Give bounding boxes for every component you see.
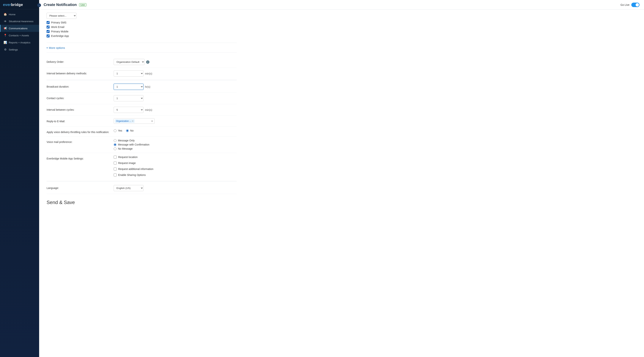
checkbox-primary-mobile: Primary Mobile bbox=[46, 30, 237, 33]
chevron-down-icon: ▾ bbox=[152, 120, 152, 122]
voicemail-message-only-radio[interactable] bbox=[114, 139, 116, 142]
reply-to-email-label: Reply-to E-Mail: bbox=[46, 118, 110, 123]
interval-delivery-unit: min(s) bbox=[145, 72, 152, 75]
voice-throttling-yes-label: Yes bbox=[118, 129, 122, 132]
checkbox-primary-sms: Primary SMS bbox=[46, 21, 237, 24]
interval-cycles-control: 1 2 3 5 10 15 30 min(s) bbox=[114, 107, 237, 113]
request-additional-label: Request additional information bbox=[118, 168, 153, 170]
voice-throttling-row: Apply voice delivery throttling rules fo… bbox=[46, 126, 237, 136]
voicemail-preference-label: Voice mail preference: bbox=[46, 139, 110, 144]
primary-sms-label: Primary SMS bbox=[51, 21, 66, 24]
checkbox-work-email: Work Email bbox=[46, 26, 237, 28]
voicemail-no-message: No Message bbox=[114, 147, 150, 150]
voicemail-no-message-radio[interactable] bbox=[114, 148, 116, 150]
sidebar-item-settings[interactable]: ⚙ Settings bbox=[0, 46, 39, 53]
checkbox-enable-sharing: Enable Sharing Options bbox=[114, 174, 153, 176]
voicemail-no-message-label: No Message bbox=[118, 147, 133, 150]
sidebar: everbridge « 🏠 Home 👁 Situational Awaren… bbox=[0, 0, 39, 357]
broadcast-duration-select[interactable]: 1 2 4 8 12 24 bbox=[114, 84, 144, 90]
sidebar-item-situational-awareness[interactable]: 👁 Situational Awareness bbox=[0, 18, 39, 25]
voicemail-message-confirmation-radio[interactable] bbox=[114, 143, 116, 146]
interval-cycles-select[interactable]: 1 2 3 5 10 15 30 bbox=[114, 107, 144, 113]
sidebar-item-communications[interactable]: 📢 Communications bbox=[0, 25, 39, 32]
interval-cycles-label: Interval between cycles: bbox=[46, 107, 110, 111]
broadcast-duration-row: Broadcast duration: 1 2 4 8 12 24 hr(s) bbox=[46, 81, 237, 92]
sidebar-item-contacts-assets[interactable]: 📍 Contacts + Assets bbox=[0, 32, 39, 39]
voicemail-message-only-label: Message Only bbox=[118, 139, 134, 142]
interval-cycles-unit: min(s) bbox=[145, 108, 152, 112]
info-icon[interactable]: i bbox=[146, 60, 150, 64]
mobile-app-settings-checkbox-group: Request location Request image Request a… bbox=[114, 156, 153, 178]
voice-throttling-radio-group: Yes No bbox=[114, 129, 134, 132]
delivery-order-row: Delivery Order: Organization Default Cus… bbox=[46, 56, 237, 68]
voice-throttling-control: Yes No bbox=[114, 129, 237, 132]
voicemail-message-confirmation-label: Message with Confirmation bbox=[118, 143, 150, 146]
voice-throttling-yes-radio[interactable] bbox=[114, 129, 116, 132]
everbridge-app-checkbox[interactable] bbox=[46, 34, 50, 38]
request-location-checkbox[interactable] bbox=[114, 156, 117, 158]
primary-mobile-checkbox[interactable] bbox=[46, 30, 50, 33]
interval-cycles-row: Interval between cycles: 1 2 3 5 10 15 3… bbox=[46, 104, 237, 116]
top-checkboxes-section: Please select... Primary SMS Work Email … bbox=[46, 10, 237, 43]
request-image-checkbox[interactable] bbox=[114, 162, 117, 164]
app-logo: everbridge bbox=[3, 2, 36, 7]
more-options-label: More options bbox=[49, 46, 65, 50]
delivery-order-select[interactable]: Organization Default Custom bbox=[114, 59, 144, 65]
delivery-order-control: Organization Default Custom i bbox=[114, 59, 237, 65]
voice-throttling-no: No bbox=[126, 129, 134, 132]
voice-throttling-label: Apply voice delivery throttling rules fo… bbox=[46, 129, 110, 134]
situational-awareness-icon: 👁 bbox=[4, 20, 7, 23]
request-additional-checkbox[interactable] bbox=[114, 168, 117, 170]
settings-icon: ⚙ bbox=[4, 48, 7, 51]
enable-sharing-checkbox[interactable] bbox=[114, 174, 117, 176]
sidebar-collapse-button[interactable]: « bbox=[37, 3, 41, 7]
reply-to-email-tag-remove[interactable]: × bbox=[132, 120, 134, 122]
topbar: Create Notification Live Go Live bbox=[39, 0, 644, 10]
reply-to-email-tag: Organization ... × bbox=[115, 119, 134, 123]
home-icon: 🏠 bbox=[4, 13, 7, 16]
sidebar-item-home[interactable]: 🏠 Home bbox=[0, 11, 39, 18]
send-save-title: Send & Save bbox=[46, 200, 237, 205]
content-area: Please select... Primary SMS Work Email … bbox=[39, 10, 644, 357]
interval-delivery-row: Interval between delivery methods: 1 2 3… bbox=[46, 68, 237, 79]
interval-delivery-select[interactable]: 1 2 3 5 10 bbox=[114, 70, 144, 76]
page-title: Create Notification bbox=[44, 2, 77, 7]
voicemail-preference-control: Message Only Message with Confirmation N… bbox=[114, 139, 237, 150]
sidebar-item-label: Communications bbox=[9, 27, 28, 30]
voicemail-preference-row: Voice mail preference: Message Only Mess… bbox=[46, 136, 237, 153]
reply-to-email-dropdown-btn[interactable]: ▾ bbox=[151, 120, 153, 123]
contact-cycles-label: Contact cycles: bbox=[46, 95, 110, 100]
request-image-label: Request image bbox=[118, 162, 136, 164]
interval-delivery-control: 1 2 3 5 10 min(s) bbox=[114, 70, 237, 76]
primary-sms-checkbox[interactable] bbox=[46, 21, 50, 24]
sidebar-nav: 🏠 Home 👁 Situational Awareness 📢 Communi… bbox=[0, 9, 39, 357]
mobile-app-settings-row: Everbridge Mobile App Settings: Request … bbox=[46, 153, 237, 181]
everbridge-app-label: Everbridge App bbox=[51, 34, 69, 38]
voicemail-preference-radio-group: Message Only Message with Confirmation N… bbox=[114, 139, 150, 150]
broadcast-duration-unit: hr(s) bbox=[145, 85, 150, 88]
sidebar-item-label: Contacts + Assets bbox=[9, 34, 29, 37]
primary-mobile-label: Primary Mobile bbox=[51, 30, 68, 33]
more-options-toggle[interactable]: ▾ More options bbox=[46, 43, 237, 52]
reply-to-email-row: Reply-to E-Mail: Organization ... × ▾ bbox=[46, 116, 237, 126]
request-location-label: Request location bbox=[118, 156, 138, 158]
contact-cycles-select[interactable]: 1 2 3 4 5 bbox=[114, 95, 144, 101]
go-live-toggle[interactable] bbox=[631, 2, 640, 7]
language-select[interactable]: English (US) French Spanish German bbox=[114, 185, 144, 191]
enable-sharing-label: Enable Sharing Options bbox=[118, 174, 146, 176]
work-email-checkbox[interactable] bbox=[46, 26, 50, 28]
reply-to-email-tag-input[interactable]: Organization ... × ▾ bbox=[114, 118, 155, 124]
voicemail-message-confirmation: Message with Confirmation bbox=[114, 143, 150, 146]
logo-area: everbridge bbox=[0, 0, 39, 9]
checkbox-request-location: Request location bbox=[114, 156, 153, 158]
checkbox-request-image: Request image bbox=[114, 162, 153, 164]
go-live-label: Go Live bbox=[620, 3, 630, 6]
delivery-method-select[interactable]: Please select... bbox=[46, 13, 76, 19]
sidebar-item-label: Reports + Analytics bbox=[9, 41, 30, 44]
mobile-app-settings-label: Everbridge Mobile App Settings: bbox=[46, 156, 110, 160]
voice-throttling-no-radio[interactable] bbox=[126, 129, 129, 132]
topbar-right: Go Live bbox=[620, 2, 640, 7]
language-row: Language: English (US) French Spanish Ge… bbox=[46, 182, 237, 194]
sidebar-item-reports-analytics[interactable]: 📊 Reports + Analytics bbox=[0, 39, 39, 46]
mobile-app-settings-control: Request location Request image Request a… bbox=[114, 156, 237, 178]
